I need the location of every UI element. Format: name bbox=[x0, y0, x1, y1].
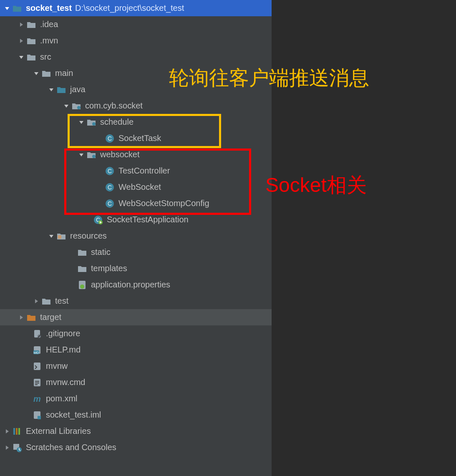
tree-item-mvnwcmd[interactable]: mvnw.cmd bbox=[0, 374, 272, 390]
tree-item-websocket[interactable]: websocket bbox=[0, 146, 272, 163]
svg-text:C: C bbox=[108, 184, 112, 191]
tree-item-idea[interactable]: .idea bbox=[0, 16, 272, 33]
svg-text:C: C bbox=[108, 200, 112, 207]
annotation-red-text: Socket相关 bbox=[265, 172, 367, 199]
tree-item-label: .idea bbox=[40, 20, 58, 29]
tree-item-scratches[interactable]: Scratches and Consoles bbox=[0, 439, 272, 456]
shell-file-icon bbox=[33, 362, 42, 371]
chevron-right-icon bbox=[33, 298, 39, 304]
tree-item-label: SocketTestApplication bbox=[107, 215, 189, 224]
chevron-down-icon bbox=[33, 71, 39, 76]
svg-rect-14 bbox=[58, 235, 61, 239]
chevron-down-icon bbox=[78, 119, 84, 125]
tree-item-iml[interactable]: socket_test.iml bbox=[0, 407, 272, 423]
tree-item-root[interactable]: socket_test D:\socket_project\socket_tes… bbox=[0, 0, 272, 16]
project-tree-panel: socket_test D:\socket_project\socket_tes… bbox=[0, 0, 272, 476]
package-icon bbox=[87, 150, 96, 159]
tree-item-label: resources bbox=[70, 231, 107, 241]
tree-item-pomxml[interactable]: m pom.xml bbox=[0, 390, 272, 407]
tree-item-label: src bbox=[40, 52, 51, 62]
tree-item-label: main bbox=[55, 68, 73, 78]
tree-item-label: socket_test.iml bbox=[46, 410, 101, 420]
class-icon: C bbox=[105, 199, 114, 208]
properties-file-icon bbox=[78, 280, 87, 290]
folder-icon bbox=[27, 53, 36, 62]
tree-item-label: External Libraries bbox=[26, 426, 91, 436]
folder-icon bbox=[78, 264, 87, 273]
markdown-file-icon: MD bbox=[33, 345, 42, 355]
chevron-down-icon bbox=[48, 233, 54, 239]
chevron-down-icon bbox=[18, 54, 24, 60]
tree-item-stompconfig[interactable]: C WebSocketStompConfig bbox=[0, 195, 272, 212]
class-icon: C bbox=[105, 166, 114, 176]
folder-icon bbox=[27, 20, 36, 29]
tree-item-java[interactable]: java bbox=[0, 81, 272, 98]
class-icon: C bbox=[105, 183, 114, 192]
chevron-right-icon bbox=[18, 38, 24, 44]
svg-point-1 bbox=[92, 122, 96, 126]
tree-item-label: HELP.md bbox=[46, 345, 81, 355]
tree-item-sockettask[interactable]: C SocketTask bbox=[0, 130, 272, 146]
tree-item-path: D:\socket_project\socket_test bbox=[75, 3, 184, 13]
excluded-folder-icon bbox=[27, 313, 36, 322]
svg-rect-33 bbox=[18, 428, 20, 435]
chevron-down-icon bbox=[4, 5, 10, 11]
svg-text:C: C bbox=[108, 168, 112, 174]
folder-icon bbox=[27, 36, 36, 45]
tree-item-test[interactable]: test bbox=[0, 293, 272, 309]
source-folder-icon bbox=[57, 85, 66, 94]
text-file-icon bbox=[33, 378, 42, 387]
tree-item-src[interactable]: src bbox=[0, 49, 272, 65]
folder-icon bbox=[42, 69, 51, 78]
libraries-icon bbox=[13, 427, 22, 436]
svg-point-4 bbox=[92, 155, 96, 158]
class-run-icon: C bbox=[93, 215, 103, 224]
tree-item-mvnw[interactable]: mvnw bbox=[0, 358, 272, 374]
tree-item-label: socket_test bbox=[26, 3, 72, 13]
package-icon bbox=[87, 118, 96, 127]
tree-item-schedule[interactable]: schedule bbox=[0, 114, 272, 130]
tree-item-label: TestController bbox=[118, 166, 170, 176]
tree-item-label: java bbox=[70, 85, 86, 94]
tree-item-appprops[interactable]: application.properties bbox=[0, 277, 272, 293]
class-icon: C bbox=[105, 134, 114, 143]
scratches-icon bbox=[13, 443, 22, 452]
svg-point-16 bbox=[80, 285, 84, 289]
tree-item-label: .gitignore bbox=[46, 329, 80, 338]
chevron-down-icon bbox=[48, 87, 54, 93]
svg-rect-31 bbox=[13, 428, 15, 435]
svg-point-0 bbox=[77, 106, 81, 109]
tree-item-label: mvnw.cmd bbox=[46, 378, 85, 387]
tree-item-resources[interactable]: resources bbox=[0, 228, 272, 244]
chevron-right-icon bbox=[4, 445, 10, 451]
package-icon bbox=[72, 101, 81, 111]
tree-item-label: com.cyb.socket bbox=[85, 101, 143, 111]
tree-item-testcontroller[interactable]: C TestController bbox=[0, 163, 272, 179]
tree-item-label: application.properties bbox=[91, 280, 170, 290]
module-file-icon bbox=[33, 411, 42, 420]
tree-item-label: .mvn bbox=[40, 36, 58, 45]
tree-item-gitignore[interactable]: .gitignore bbox=[0, 325, 272, 342]
tree-item-label: target bbox=[40, 312, 61, 322]
tree-item-templates[interactable]: templates bbox=[0, 260, 272, 277]
maven-file-icon: m bbox=[33, 394, 42, 403]
svg-text:m: m bbox=[33, 394, 41, 403]
tree-item-mvn[interactable]: .mvn bbox=[0, 33, 272, 49]
tree-item-label: templates bbox=[91, 264, 127, 273]
svg-rect-32 bbox=[16, 428, 18, 435]
tree-item-external-libraries[interactable]: External Libraries bbox=[0, 423, 272, 439]
svg-text:MD: MD bbox=[34, 351, 39, 355]
tree-item-helpmd[interactable]: MD HELP.md bbox=[0, 342, 272, 358]
chevron-right-icon bbox=[18, 22, 24, 28]
folder-icon bbox=[78, 248, 87, 257]
tree-item-main[interactable]: main bbox=[0, 65, 272, 81]
tree-item-socketapp[interactable]: C SocketTestApplication bbox=[0, 212, 272, 228]
tree-item-label: websocket bbox=[100, 150, 140, 159]
tree-item-static[interactable]: static bbox=[0, 244, 272, 260]
tree-item-label: schedule bbox=[100, 117, 134, 127]
tree-item-target[interactable]: target bbox=[0, 309, 272, 325]
tree-item-package[interactable]: com.cyb.socket bbox=[0, 98, 272, 114]
chevron-down-icon bbox=[63, 103, 69, 109]
svg-text:C: C bbox=[108, 135, 112, 142]
tree-item-websocketclass[interactable]: C WebSocket bbox=[0, 179, 272, 195]
